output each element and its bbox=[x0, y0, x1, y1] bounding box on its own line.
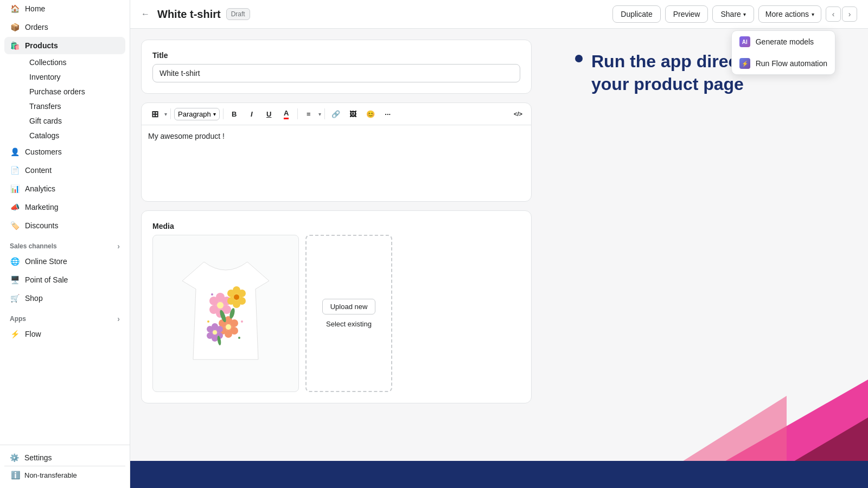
bottom-bar bbox=[130, 461, 868, 488]
toolbar-link-btn[interactable]: 🔗 bbox=[328, 106, 343, 121]
toolbar-divider-2 bbox=[223, 108, 224, 119]
generate-models-item[interactable]: AI Generate models bbox=[732, 31, 835, 53]
sidebar-item-discounts[interactable]: 🏷️ Discounts bbox=[4, 217, 125, 234]
sidebar-item-customers-label: Customers bbox=[25, 147, 62, 156]
sidebar-item-point-of-sale[interactable]: 🖥️ Point of Sale bbox=[4, 271, 125, 288]
sidebar-item-inventory[interactable]: Inventory bbox=[24, 70, 125, 84]
sidebar-item-transfers[interactable]: Transfers bbox=[24, 99, 125, 113]
sidebar-item-settings[interactable]: ⚙️ Settings bbox=[4, 450, 125, 466]
sales-channels-section: Sales channels › bbox=[4, 235, 125, 253]
sidebar-item-analytics[interactable]: 📊 Analytics bbox=[4, 180, 125, 197]
media-upload-area[interactable]: Upload new Select existing bbox=[305, 235, 392, 392]
sidebar-item-marketing-label: Marketing bbox=[25, 203, 58, 211]
topbar-actions: Duplicate Preview Share ▾ More actions ▾… bbox=[612, 5, 857, 23]
sidebar-item-catalogs[interactable]: Catalogs bbox=[24, 129, 125, 143]
svg-point-6 bbox=[209, 297, 218, 305]
svg-point-36 bbox=[241, 320, 243, 323]
run-flow-item[interactable]: ⚡ Run Flow automation bbox=[732, 53, 835, 74]
sidebar-item-content[interactable]: 📄 Content bbox=[4, 162, 125, 179]
tshirt-media-item[interactable] bbox=[152, 235, 299, 392]
sidebar-item-discounts-label: Discounts bbox=[25, 221, 58, 230]
sidebar-item-collections[interactable]: Collections bbox=[24, 55, 125, 69]
media-label: Media bbox=[152, 222, 520, 230]
content-area: Title ⊞ ▾ Paragraph ▾ B I U bbox=[130, 29, 868, 488]
toolbar-bold-btn[interactable]: B bbox=[227, 106, 242, 121]
product-form: Title ⊞ ▾ Paragraph ▾ B I U bbox=[130, 29, 542, 488]
sidebar-item-orders[interactable]: 📦 Orders bbox=[4, 18, 125, 36]
sidebar-item-orders-label: Orders bbox=[25, 23, 48, 31]
back-button[interactable]: ← bbox=[141, 9, 150, 19]
more-actions-dropdown: AI Generate models ⚡ Run Flow automation bbox=[731, 30, 835, 75]
title-input[interactable] bbox=[152, 64, 520, 82]
prev-arrow-button[interactable]: ‹ bbox=[826, 7, 841, 22]
apps-arrow[interactable]: › bbox=[117, 314, 120, 323]
toolbar-align-btn[interactable]: ≡ bbox=[301, 106, 316, 121]
sidebar-item-home[interactable]: 🏠 Home bbox=[4, 0, 125, 17]
more-actions-chevron-icon: ▾ bbox=[812, 11, 814, 17]
orders-icon: 📦 bbox=[10, 22, 20, 32]
sidebar-item-pos-label: Point of Sale bbox=[25, 275, 68, 284]
toolbar-italic-btn[interactable]: I bbox=[244, 106, 259, 121]
share-chevron-icon: ▾ bbox=[743, 11, 746, 17]
toolbar-color-btn[interactable]: A bbox=[279, 106, 294, 121]
more-actions-button[interactable]: More actions ▾ bbox=[758, 5, 821, 23]
editor-toolbar: ⊞ ▾ Paragraph ▾ B I U A ≡ ▾ bbox=[142, 103, 531, 125]
sidebar-item-analytics-label: Analytics bbox=[25, 184, 55, 193]
sidebar-item-purchase-orders[interactable]: Purchase orders bbox=[24, 85, 125, 99]
shop-icon: 🛒 bbox=[10, 293, 20, 303]
svg-point-10 bbox=[238, 290, 246, 297]
description-text: My awesome product ! bbox=[148, 132, 225, 140]
content-icon: 📄 bbox=[10, 165, 20, 175]
discounts-icon: 🏷️ bbox=[10, 221, 20, 230]
paragraph-select[interactable]: Paragraph ▾ bbox=[174, 108, 220, 120]
share-button[interactable]: Share ▾ bbox=[712, 5, 754, 23]
media-card: Media bbox=[141, 210, 532, 403]
toolbar-source-btn[interactable]: </> bbox=[510, 106, 526, 121]
svg-point-15 bbox=[234, 294, 239, 300]
svg-point-30 bbox=[207, 326, 213, 332]
select-existing-button[interactable]: Select existing bbox=[326, 320, 372, 328]
products-icon: 🛍️ bbox=[10, 41, 20, 50]
generate-models-label: Generate models bbox=[756, 37, 814, 46]
sidebar-item-marketing[interactable]: 📣 Marketing bbox=[4, 198, 125, 216]
tshirt-svg bbox=[171, 251, 280, 376]
sidebar-bottom: ⚙️ Settings ℹ️ Non-transferable bbox=[0, 445, 130, 488]
svg-point-35 bbox=[211, 293, 213, 296]
settings-label: Settings bbox=[24, 453, 52, 462]
analytics-icon: 📊 bbox=[10, 184, 20, 194]
sidebar-item-products[interactable]: 🛍️ Products bbox=[4, 37, 125, 54]
sidebar-item-shop-label: Shop bbox=[25, 294, 43, 303]
svg-point-13 bbox=[227, 297, 235, 305]
toolbar-formatting-btn[interactable]: ⊞ bbox=[147, 106, 162, 121]
sidebar-item-online-store[interactable]: 🌐 Online Store bbox=[4, 253, 125, 270]
right-panel: Run the app directly from your product p… bbox=[542, 29, 868, 488]
sidebar-item-home-label: Home bbox=[25, 4, 45, 13]
sales-channels-arrow[interactable]: › bbox=[117, 242, 120, 251]
upload-new-button[interactable]: Upload new bbox=[322, 299, 376, 314]
topbar-left: ← White t-shirt Draft bbox=[141, 8, 606, 21]
editor-content[interactable]: My awesome product ! bbox=[142, 125, 531, 201]
draft-badge: Draft bbox=[226, 8, 250, 20]
preview-button[interactable]: Preview bbox=[665, 5, 709, 23]
duplicate-button[interactable]: Duplicate bbox=[612, 5, 660, 23]
run-flow-icon: ⚡ bbox=[739, 58, 750, 69]
sidebar-item-content-label: Content bbox=[25, 166, 52, 175]
sidebar-item-customers[interactable]: 👤 Customers bbox=[4, 143, 125, 160]
toolbar-more-btn[interactable]: ··· bbox=[380, 106, 395, 121]
sidebar-item-gift-cards[interactable]: Gift cards bbox=[24, 114, 125, 128]
sidebar-item-flow[interactable]: ⚡ Flow bbox=[4, 325, 125, 343]
svg-point-5 bbox=[209, 305, 218, 314]
online-store-icon: 🌐 bbox=[10, 256, 20, 266]
next-arrow-button[interactable]: › bbox=[842, 7, 857, 22]
svg-point-31 bbox=[213, 330, 217, 335]
main-content: ← White t-shirt Draft Duplicate Preview … bbox=[130, 0, 868, 488]
toolbar-emoji-btn[interactable]: 😊 bbox=[363, 106, 378, 121]
toolbar-image-btn[interactable]: 🖼 bbox=[346, 106, 361, 121]
paragraph-chevron-icon: ▾ bbox=[213, 111, 216, 117]
sidebar-item-flow-label: Flow bbox=[25, 330, 41, 338]
non-transferable-label: Non-transferable bbox=[24, 471, 77, 479]
toolbar-underline-btn[interactable]: U bbox=[261, 106, 277, 121]
sidebar-nav: 🏠 Home 📦 Orders 🛍️ Products Collections … bbox=[0, 0, 130, 445]
page-title: White t-shirt bbox=[157, 8, 221, 21]
sidebar-item-shop[interactable]: 🛒 Shop bbox=[4, 290, 125, 307]
